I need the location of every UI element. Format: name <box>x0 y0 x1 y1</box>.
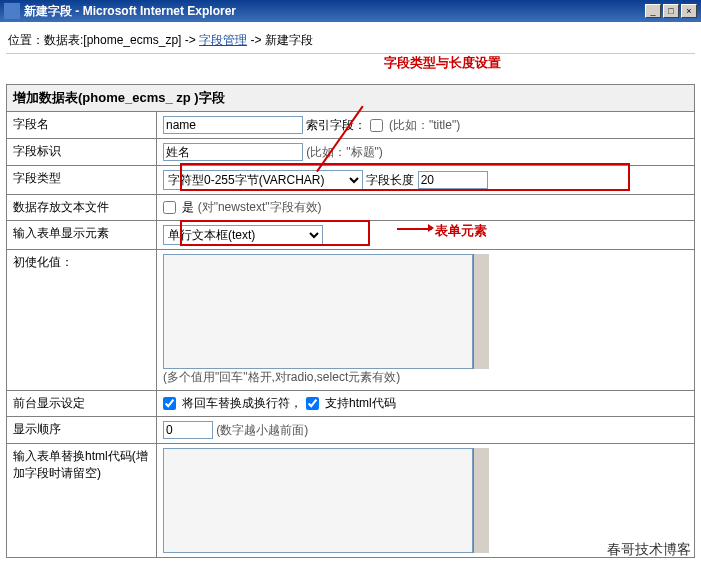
store-text-hint: (对"newstext"字段有效) <box>198 200 322 214</box>
replace-newline-checkbox[interactable] <box>163 397 176 410</box>
window-title: 新建字段 - Microsoft Internet Explorer <box>24 3 645 20</box>
label-store-text: 数据存放文本文件 <box>7 195 157 221</box>
label-front-disp: 前台显示设定 <box>7 391 157 417</box>
label-field-ident: 字段标识 <box>7 139 157 166</box>
minimize-button[interactable]: _ <box>645 4 661 18</box>
breadcrumb-link[interactable]: 字段管理 <box>199 33 247 47</box>
field-name-hint: (比如："title") <box>389 118 460 132</box>
label-init-val: 初使化值： <box>7 250 157 391</box>
label-form-elem: 输入表单显示元素 <box>7 221 157 250</box>
replace-newline-label: 将回车替换成换行符， <box>182 396 302 410</box>
ie-icon <box>4 3 20 19</box>
close-button[interactable]: × <box>681 4 697 18</box>
form-table: 增加数据表(phome_ecms_ zp )字段 字段名 索引字段： (比如："… <box>6 84 695 558</box>
cell-field-type: 字符型0-255字节(VARCHAR) 字段长度 <box>157 166 695 195</box>
form-header: 增加数据表(phome_ecms_ zp )字段 <box>7 85 695 112</box>
annotation-type-length: 字段类型与长度设置 <box>384 54 501 72</box>
breadcrumb-prefix: 位置：数据表:[phome_ecms_zp] -> <box>8 33 199 47</box>
store-text-cb-label: 是 <box>182 200 194 214</box>
html-replace-textarea[interactable] <box>163 448 473 553</box>
breadcrumb-suffix: -> 新建字段 <box>247 33 313 47</box>
form-element-select[interactable]: 单行文本框(text) <box>163 225 323 245</box>
field-type-select[interactable]: 字符型0-255字节(VARCHAR) <box>163 170 363 190</box>
cell-field-ident: (比如："标题") <box>157 139 695 166</box>
cell-init-val: (多个值用"回车"格开,对radio,select元素有效) <box>157 250 695 391</box>
field-name-input[interactable] <box>163 116 303 134</box>
field-length-label: 字段长度 <box>366 173 414 187</box>
init-val-hint: (多个值用"回车"格开,对radio,select元素有效) <box>163 369 688 386</box>
label-order: 显示顺序 <box>7 417 157 444</box>
order-input[interactable] <box>163 421 213 439</box>
support-html-label: 支持html代码 <box>325 396 396 410</box>
field-length-input[interactable] <box>418 171 488 189</box>
index-field-label: 索引字段： <box>306 118 366 132</box>
store-text-checkbox[interactable] <box>163 201 176 214</box>
label-field-type: 字段类型 <box>7 166 157 195</box>
annotation-form-element: 表单元素 <box>435 222 487 240</box>
cell-front-disp: 将回车替换成换行符， 支持html代码 <box>157 391 695 417</box>
order-hint: (数字越小越前面) <box>216 423 308 437</box>
scrollbar-icon[interactable] <box>473 448 489 553</box>
window-buttons: _ □ × <box>645 4 697 18</box>
field-ident-hint: (比如："标题") <box>306 145 383 159</box>
label-html-replace: 输入表单替换html代码(增加字段时请留空) <box>7 444 157 558</box>
cell-store-text: 是 (对"newstext"字段有效) <box>157 195 695 221</box>
scrollbar-icon[interactable] <box>473 254 489 369</box>
support-html-checkbox[interactable] <box>306 397 319 410</box>
label-field-name: 字段名 <box>7 112 157 139</box>
cell-form-elem: 单行文本框(text) <box>157 221 695 250</box>
content-area: 位置：数据表:[phome_ecms_zp] -> 字段管理 -> 新建字段 字… <box>0 22 701 564</box>
field-ident-input[interactable] <box>163 143 303 161</box>
watermark: 春哥技术博客 <box>607 541 691 559</box>
title-bar: 新建字段 - Microsoft Internet Explorer _ □ × <box>0 0 701 22</box>
breadcrumb: 位置：数据表:[phome_ecms_zp] -> 字段管理 -> 新建字段 <box>6 28 695 54</box>
maximize-button[interactable]: □ <box>663 4 679 18</box>
cell-order: (数字越小越前面) <box>157 417 695 444</box>
index-field-checkbox[interactable] <box>370 119 383 132</box>
annotation-arrow-icon <box>428 224 434 232</box>
cell-field-name: 索引字段： (比如："title") <box>157 112 695 139</box>
init-value-textarea[interactable] <box>163 254 473 369</box>
